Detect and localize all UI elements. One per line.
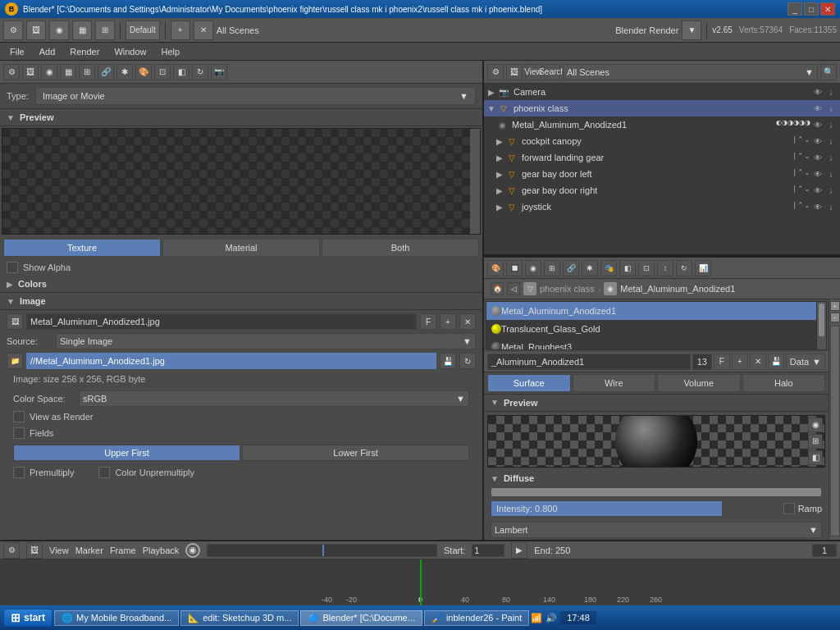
tree-camera[interactable]: ▶ 📷 Camera 👁 ↓ xyxy=(484,84,840,100)
diffuse-header[interactable]: ▼ Diffuse xyxy=(484,471,829,486)
tl-tool-2[interactable]: 🖼 xyxy=(26,542,43,559)
props-tool-3[interactable]: ◉ xyxy=(525,260,541,276)
engine-select[interactable]: ▼ xyxy=(682,21,701,40)
material-list-scrollbar[interactable] xyxy=(816,302,826,349)
fields-checkbox[interactable] xyxy=(13,427,25,439)
menu-add[interactable]: Add xyxy=(33,45,62,58)
lp-tool-5[interactable]: ⊞ xyxy=(79,64,95,80)
add-scene-btn[interactable]: + xyxy=(171,21,190,40)
lp-tool-12[interactable]: 📷 xyxy=(211,64,227,80)
material-item-1[interactable]: Translucent_Glass_Gold xyxy=(486,320,826,338)
path-save-btn[interactable]: 💾 xyxy=(440,353,456,369)
props-tool-11[interactable]: ↻ xyxy=(676,260,692,276)
close-button[interactable]: ✕ xyxy=(820,2,835,16)
lower-first-btn[interactable]: Lower First xyxy=(242,445,469,461)
tool-icon-4[interactable]: ▦ xyxy=(72,21,92,40)
search-icon[interactable]: 🔍 xyxy=(820,64,837,80)
show-alpha-checkbox[interactable] xyxy=(7,262,18,273)
intensity-slider[interactable]: Intensity: 0.800 xyxy=(491,500,780,517)
ramp-checkbox[interactable] xyxy=(783,503,795,514)
props-tool-12[interactable]: 📊 xyxy=(695,260,711,276)
data-select[interactable]: Data ▼ xyxy=(786,354,825,370)
preview-scrollbar[interactable] xyxy=(470,129,480,234)
lp-tool-9[interactable]: ⊡ xyxy=(154,64,171,80)
props-tool-10[interactable]: ↕ xyxy=(657,260,673,276)
lp-tool-1[interactable]: ⚙ xyxy=(3,64,20,80)
mat-plus-btn[interactable]: + xyxy=(732,354,748,370)
scenes-select[interactable]: All Scenes ▼ xyxy=(563,64,818,80)
premultiply-checkbox[interactable] xyxy=(13,467,25,478)
tool-icon-1[interactable]: ⚙ xyxy=(3,21,23,40)
mat-num-field[interactable]: 13 xyxy=(692,354,712,370)
image-x-btn[interactable]: ✕ xyxy=(459,313,476,330)
tl-playback-btn[interactable]: Playback xyxy=(143,546,180,555)
tl-circle-btn[interactable]: ◉ xyxy=(185,543,200,558)
tree-joystick[interactable]: ▶ ▽ joystick | ⌃⌄ 👁 ↓ xyxy=(494,199,840,215)
tab-material[interactable]: Material xyxy=(162,239,320,257)
metal-vis2[interactable]: ↓ xyxy=(825,119,837,130)
props-tool-8[interactable]: ◧ xyxy=(619,260,636,276)
diffuse-color-bar[interactable] xyxy=(491,487,822,497)
lp-tool-11[interactable]: ↻ xyxy=(192,64,208,80)
lp-tool-7[interactable]: ✱ xyxy=(116,64,133,80)
start-field[interactable] xyxy=(472,544,504,557)
camera-vis-2[interactable]: ↓ xyxy=(825,86,837,98)
del-scene-btn[interactable]: ✕ xyxy=(194,21,213,40)
tl-frame-btn[interactable]: Frame xyxy=(110,546,136,555)
tab-halo[interactable]: Halo xyxy=(742,374,826,392)
tl-tool-1[interactable]: ⚙ xyxy=(3,542,20,559)
props-tool-7[interactable]: 🎭 xyxy=(600,260,617,276)
menu-render[interactable]: Render xyxy=(63,45,106,58)
preview-icon-2[interactable]: ⊞ xyxy=(808,434,823,449)
image-section-header[interactable]: ▼ Image xyxy=(0,293,482,310)
props-tool-9[interactable]: ⊡ xyxy=(638,260,655,276)
lp-tool-3[interactable]: ◉ xyxy=(41,64,57,80)
preview-icon-1[interactable]: ◉ xyxy=(808,418,823,432)
tree-gear-bay-left[interactable]: ▶ ▽ gear bay door left | ⌃⌄ 👁 ↓ xyxy=(494,166,840,182)
colorspace-select[interactable]: sRGB ▼ xyxy=(79,390,469,407)
rp-search-btn[interactable]: Search xyxy=(544,64,560,80)
rp-tool-2[interactable]: 🖼 xyxy=(506,64,523,80)
menu-file[interactable]: File xyxy=(3,45,31,58)
props-tool-4[interactable]: ⊞ xyxy=(544,260,560,276)
metal-vis[interactable]: 👁 xyxy=(812,119,824,130)
breadcrumb-phoenix[interactable]: phoenix class xyxy=(540,284,595,294)
scroll-minus[interactable]: − xyxy=(830,313,840,322)
rp-tool-1[interactable]: ⚙ xyxy=(487,64,504,80)
cockpit-vis2[interactable]: ↓ xyxy=(825,135,837,147)
mat-x-btn[interactable]: ✕ xyxy=(750,354,766,370)
image-f-btn[interactable]: F xyxy=(420,313,436,330)
mat-preview-header[interactable]: ▼ Preview xyxy=(484,395,829,412)
tl-marker-btn[interactable]: Marker xyxy=(75,546,103,555)
color-unpremultiply-checkbox[interactable] xyxy=(98,467,110,478)
minimize-button[interactable]: _ xyxy=(788,2,802,16)
tool-icon-3[interactable]: ◉ xyxy=(49,21,69,40)
tl-view-btn[interactable]: View xyxy=(49,546,69,555)
props-tool-6[interactable]: ✱ xyxy=(582,260,598,276)
frame-field[interactable] xyxy=(812,544,837,557)
lp-tool-6[interactable]: 🔗 xyxy=(98,64,114,80)
scroll-plus[interactable]: + xyxy=(830,301,840,311)
lp-tool-4[interactable]: ▦ xyxy=(60,64,76,80)
mat-save-btn[interactable]: 💾 xyxy=(768,354,784,370)
lp-tool-10[interactable]: ◧ xyxy=(173,64,189,80)
tree-cockpit[interactable]: ▶ ▽ cockpit canopy | ⌃⌄ 👁 ↓ xyxy=(494,133,840,149)
lp-tool-2[interactable]: 🖼 xyxy=(22,64,39,80)
menu-help[interactable]: Help xyxy=(155,45,187,58)
path-reload-btn[interactable]: ↻ xyxy=(459,353,476,369)
start-button[interactable]: ⊞ start xyxy=(3,609,52,627)
tree-gear-bay-right[interactable]: ▶ ▽ gear bay door right | ⌃⌄ 👁 ↓ xyxy=(494,182,840,199)
colors-header[interactable]: ▶ Colors xyxy=(0,276,482,293)
scene-select[interactable]: Default xyxy=(126,21,160,40)
tab-wire[interactable]: Wire xyxy=(573,374,656,392)
tree-metal-aluminum[interactable]: ◉ Metal_Aluminum_Anodized1 ◐◑◑◑◑◑ 👁 ↓ xyxy=(494,116,840,133)
bay-right-vis[interactable]: 👁 xyxy=(812,185,824,196)
tab-volume[interactable]: Volume xyxy=(657,374,741,392)
view-as-render-checkbox[interactable] xyxy=(13,411,25,422)
mat-name-field[interactable]: _Aluminum_Anodized1 xyxy=(487,354,691,370)
props-tool-2[interactable]: 🔲 xyxy=(506,260,523,276)
mat-f-btn[interactable]: F xyxy=(714,354,730,370)
source-select[interactable]: Single Image ▼ xyxy=(56,333,476,349)
tool-icon-5[interactable]: ⊞ xyxy=(95,21,115,40)
props-tool-5[interactable]: 🔗 xyxy=(563,260,579,276)
